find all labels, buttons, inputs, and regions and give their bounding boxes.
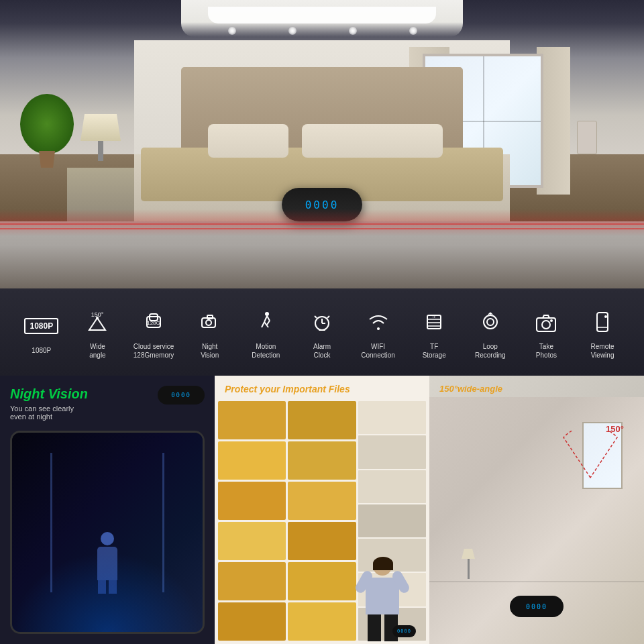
feature-label-motion: MotionDetection (252, 342, 280, 360)
feature-wifi: WIFIConnection (355, 305, 402, 360)
drawer (288, 401, 356, 439)
lamp-shade (80, 114, 121, 141)
drawer (288, 482, 356, 520)
svg-line-10 (262, 322, 264, 327)
cloud-icon: 128G (142, 310, 166, 334)
wide-angle-room: 150° 0000 (429, 397, 644, 644)
plant-pot (37, 151, 57, 168)
night-vision-subtitle: You can see clearlyeven at night (10, 405, 88, 421)
files-scene: 0000 (215, 398, 429, 644)
feature-icon-cloud: 128G (137, 305, 170, 339)
svg-point-8 (265, 312, 269, 316)
leg-l (368, 614, 381, 641)
svg-point-28 (542, 321, 550, 329)
ceiling-light-strip (208, 7, 436, 23)
drawer (288, 522, 356, 560)
files-title: Protect your Important Files (215, 376, 429, 398)
feature-icon-wifi (362, 305, 395, 339)
panel-night-vision: Night Vision You can see clearlyeven at … (0, 376, 215, 644)
feature-loop: LoopRecording (467, 305, 514, 360)
svg-text:128G: 128G (147, 320, 160, 326)
night-panel-header: Night Vision You can see clearlyeven at … (0, 376, 215, 431)
recessed-light-2 (288, 27, 297, 35)
drawer (218, 602, 286, 641)
feature-icon-remote (586, 305, 619, 339)
feature-label-remote: RemoteViewing (591, 342, 614, 360)
paper (358, 470, 426, 503)
feature-label-loop: LoopRecording (475, 342, 506, 360)
panel-files: Protect your Important Files (215, 376, 429, 644)
plant (20, 94, 74, 168)
feature-icon-night (193, 305, 227, 339)
feature-label-alarm: AlarmClock (313, 342, 331, 360)
recessed-light-4 (409, 27, 417, 35)
plant-leaves (20, 94, 74, 154)
night-vision-icon (198, 310, 222, 334)
feature-alarm: AlarmClock (299, 305, 345, 360)
alarm-clock-icon (310, 310, 334, 334)
wall-switch (577, 121, 597, 154)
svg-point-29 (550, 319, 553, 322)
remote-viewing-icon (590, 310, 614, 334)
wide-angle-icon: 150° (85, 310, 109, 334)
svg-line-13 (267, 321, 270, 325)
bottom-panels: Night Vision You can see clearlyeven at … (0, 376, 644, 644)
feature-label-wide-angle: Wideangle (89, 342, 105, 360)
feature-night-vision: NightVision (186, 305, 233, 360)
wide-angle-title: 150°wide-angle (429, 376, 513, 397)
person-body (366, 578, 399, 614)
lamp-base (98, 141, 103, 161)
svg-text:TF: TF (432, 315, 436, 319)
feature-cloud: 128G Cloud service128Gmemory (130, 305, 177, 360)
angle-indicator: 150° (557, 417, 624, 471)
svg-line-18 (327, 316, 329, 318)
room-lamp (462, 549, 475, 582)
feature-icon-photos (529, 305, 563, 339)
mini-clock-files: 0000 (392, 625, 416, 637)
svg-point-25 (484, 315, 497, 329)
hero-background: 0000 (0, 0, 644, 288)
room-lamp-shade (462, 549, 475, 559)
hero-section: 0000 (0, 0, 644, 288)
pillow-1 (208, 124, 288, 158)
svg-point-26 (487, 319, 494, 325)
night-panel-text: Night Vision You can see clearlyeven at … (10, 386, 88, 421)
feature-1080p: 1080P 1080P (18, 309, 65, 355)
svg-line-9 (264, 316, 267, 322)
feature-icon-loop (474, 305, 507, 339)
angle-arc-svg (557, 431, 624, 484)
drawer (288, 602, 356, 641)
feature-label-wifi: WIFIConnection (361, 342, 395, 360)
feature-motion: MotionDetection (242, 305, 289, 360)
phone-mockup (10, 431, 205, 634)
mini-clock-display-night: 0000 (171, 392, 191, 398)
recessed-light-3 (349, 27, 357, 35)
scan-beam (0, 209, 644, 236)
pillow-3 (362, 124, 443, 158)
feature-label-1080p: 1080P (32, 346, 51, 355)
svg-point-1 (96, 317, 99, 319)
panel-wide-angle: 150°wide-angle 150° 0000 (429, 376, 644, 644)
drawer (288, 562, 356, 600)
feature-photos: TakePhotos (523, 305, 570, 360)
svg-point-19 (377, 327, 380, 330)
figure-head (101, 532, 114, 545)
paper (358, 435, 426, 468)
svg-line-12 (267, 316, 270, 321)
tf-storage-icon: TF (422, 310, 446, 334)
loop-recording-icon (478, 310, 502, 334)
drawer (218, 522, 286, 560)
night-glow (12, 552, 203, 632)
features-bar: 1080P 1080P 150° Wideangle 128G Cloud se… (0, 288, 644, 376)
cabinet-col-2 (288, 401, 356, 641)
drawer (218, 562, 286, 600)
feature-label-tf: TFStorage (423, 342, 446, 360)
door-frame-l (50, 453, 52, 592)
motion-icon (254, 310, 278, 334)
feature-icon-alarm (305, 305, 339, 339)
feature-tf: TF TFStorage (411, 305, 458, 360)
drawer (218, 482, 286, 520)
feature-icon-wide-angle: 150° (80, 305, 114, 339)
feature-icon-tf: TF (417, 305, 451, 339)
svg-point-32 (604, 315, 607, 318)
